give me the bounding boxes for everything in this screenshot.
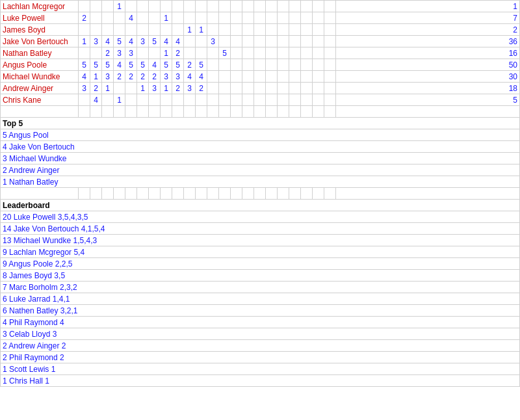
row-total: 7 [336,12,520,24]
cell-value [289,83,301,94]
row-total: 30 [336,71,520,83]
leaderboard-item-row: 7 Marc Borholm 2,3,2 [1,282,520,293]
leaderboard-item: 6 Nathen Batley 3,2,1 [1,305,520,317]
cell-value [313,12,324,24]
cell-value [278,36,289,47]
cell-value [137,47,149,59]
cell-value [301,83,313,94]
cell-value [219,36,231,47]
cell-value: 1 [184,24,196,36]
cell-value [102,1,114,12]
cell-value: 3 [149,83,161,94]
top5-item: 1 Nathan Batley [1,176,520,188]
leaderboard-item: 2 Andrew Ainger 2 [1,340,520,352]
cell-value [196,1,207,12]
cell-value: 5 [161,59,172,71]
table-row: Jake Von Bertouch134543544336 [1,36,520,47]
row-total: 36 [336,36,520,47]
leaderboard-item: 6 Luke Jarrad 1,4,1 [1,293,520,305]
cell-value [231,1,242,12]
cell-value: 3 [172,71,184,83]
leaderboard-item-row: 14 Jake Von Bertouch 4,1,5,4 [1,223,520,235]
row-name: Chris Kane [1,94,79,106]
cell-value [324,94,336,106]
leaderboard-item: 20 Luke Powell 3,5,4,3,5 [1,211,520,223]
cell-value [289,59,301,71]
cell-value [324,36,336,47]
cell-value: 5 [137,59,149,71]
cell-value [231,59,242,71]
cell-value: 3 [207,36,219,47]
cell-value [172,1,184,12]
cell-value: 4 [161,36,172,47]
cell-value [172,12,184,24]
cell-value [266,94,278,106]
leaderboard-item-row: 2 Andrew Ainger 2 [1,340,520,352]
cell-value [207,94,219,106]
cell-value [114,83,125,94]
cell-value [125,24,137,36]
cell-value [254,71,266,83]
row-name: Jake Von Bertouch [1,36,79,47]
cell-value [90,1,102,12]
cell-value: 1 [90,71,102,83]
leaderboard-item: 1 Scott Lewis 1 [1,363,520,375]
cell-value [278,94,289,106]
leaderboard-item-row: 13 Michael Wundke 1,5,4,3 [1,235,520,246]
top5-item: 2 Andrew Ainger [1,164,520,176]
cell-value [313,1,324,12]
leaderboard-item: 7 Marc Borholm 2,3,2 [1,282,520,293]
cell-value [289,24,301,36]
cell-value [324,71,336,83]
leaderboard-item-row: 9 Angus Poole 2,2,5 [1,258,520,270]
top5-item: 5 Angus Pool [1,129,520,141]
cell-value [90,47,102,59]
cell-value: 2 [114,71,125,83]
cell-value: 1 [196,24,207,36]
cell-value [102,94,114,106]
cell-value [90,12,102,24]
cell-value [278,71,289,83]
cell-value [313,71,324,83]
cell-value [278,59,289,71]
table-row: Lachlan Mcgregor11 [1,1,520,12]
cell-value [266,47,278,59]
cell-value [242,47,254,59]
cell-value [231,24,242,36]
cell-value [114,24,125,36]
cell-value [278,47,289,59]
cell-value [301,59,313,71]
cell-value: 4 [125,36,137,47]
cell-value [196,36,207,47]
cell-value: 3 [184,83,196,94]
cell-value [207,59,219,71]
main-table: Lachlan Mcgregor11Luke Powell2417James B… [0,0,520,387]
cell-value [242,59,254,71]
cell-value: 3 [102,71,114,83]
row-name: Michael Wundke [1,71,79,83]
cell-value: 3 [125,47,137,59]
table-row: Angus Poole5554554552550 [1,59,520,71]
cell-value: 3 [161,71,172,83]
cell-value [219,59,231,71]
cell-value [254,36,266,47]
cell-value [125,83,137,94]
table-row: Chris Kane415 [1,94,520,106]
cell-value: 5 [90,59,102,71]
cell-value [313,36,324,47]
cell-value: 5 [219,47,231,59]
cell-value [324,1,336,12]
cell-value [266,24,278,36]
cell-value [219,1,231,12]
cell-value [289,1,301,12]
cell-value [125,1,137,12]
cell-value [242,36,254,47]
top5-item: 3 Michael Wundke [1,153,520,164]
cell-value [184,1,196,12]
cell-value: 4 [125,12,137,24]
cell-value [219,24,231,36]
leaderboard-item: 3 Celab Lloyd 3 [1,328,520,340]
cell-value [242,24,254,36]
cell-value [184,12,196,24]
cell-value: 3 [137,36,149,47]
